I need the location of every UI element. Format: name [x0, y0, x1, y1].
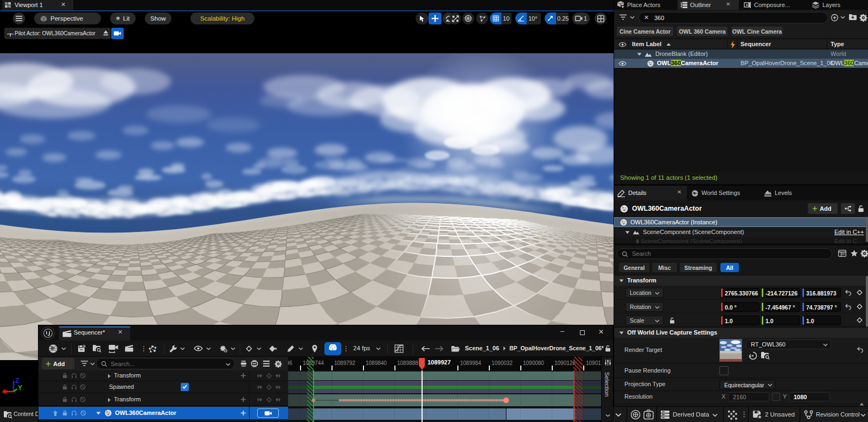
svg-text:Z: Z: [15, 377, 19, 385]
svg-text:Y: Y: [18, 384, 22, 392]
